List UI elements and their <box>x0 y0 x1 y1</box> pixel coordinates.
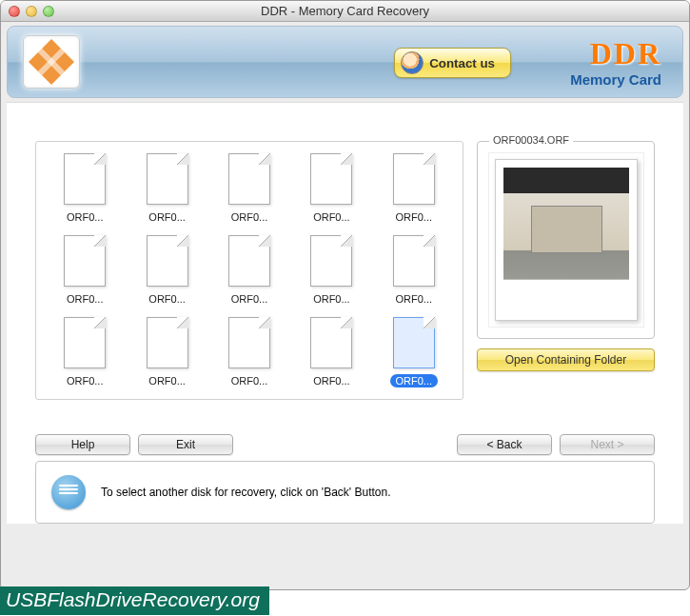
logo-icon <box>29 39 74 85</box>
header-banner: Contact us DDR Memory Card <box>7 26 683 98</box>
file-label: ORF0... <box>226 292 274 306</box>
file-icon <box>225 317 274 370</box>
file-label: ORF0... <box>307 292 356 306</box>
app-logo <box>23 35 80 89</box>
file-icon <box>143 317 192 370</box>
file-item[interactable]: ORF0... <box>373 153 455 224</box>
file-item[interactable]: ORF0... <box>126 317 207 387</box>
file-label: ORF0... <box>390 374 439 387</box>
file-item[interactable]: ORF0... <box>373 235 455 306</box>
file-label: ORF0... <box>61 374 109 387</box>
contact-label: Contact us <box>429 56 495 70</box>
file-icon <box>60 153 109 207</box>
preview-filename: ORF00034.ORF <box>489 134 573 146</box>
open-containing-folder-button[interactable]: Open Containing Folder <box>477 348 655 371</box>
file-icon <box>306 235 356 288</box>
file-icon <box>60 235 109 288</box>
info-icon <box>51 475 86 509</box>
file-label: ORF0... <box>61 210 109 224</box>
brand-block: DDR Memory Card <box>570 36 661 88</box>
file-icon <box>143 235 192 288</box>
file-label: ORF0... <box>307 374 356 387</box>
bottom-button-row: Help Exit < Back Next > <box>35 434 655 455</box>
preview-column: ORF00034.ORF Open Containing Folder <box>477 141 655 400</box>
file-icon <box>143 153 192 207</box>
exit-button[interactable]: Exit <box>138 434 233 455</box>
file-icon <box>389 153 439 207</box>
titlebar: DDR - Memory Card Recovery <box>1 1 689 22</box>
app-window: DDR - Memory Card Recovery Contact us DD… <box>0 0 690 590</box>
file-label: ORF0... <box>226 210 274 224</box>
info-text: To select another disk for recovery, cli… <box>101 486 391 499</box>
file-grid-pane: ORF0...ORF0...ORF0...ORF0...ORF0...ORF0.… <box>35 141 463 400</box>
file-grid: ORF0...ORF0...ORF0...ORF0...ORF0...ORF0.… <box>44 153 455 387</box>
file-label: ORF0... <box>143 374 191 387</box>
brand-subtitle: Memory Card <box>570 71 661 88</box>
file-label: ORF0... <box>226 374 274 387</box>
preview-frame: ORF00034.ORF <box>477 141 655 339</box>
file-item[interactable]: ORF0... <box>373 317 455 387</box>
file-item[interactable]: ORF0... <box>126 235 207 306</box>
file-item[interactable]: ORF0... <box>44 235 126 306</box>
file-item[interactable]: ORF0... <box>44 317 126 387</box>
preview-image <box>503 168 629 312</box>
content-area: ORF0...ORF0...ORF0...ORF0...ORF0...ORF0.… <box>7 102 683 524</box>
file-icon <box>306 153 356 207</box>
file-item[interactable]: ORF0... <box>208 235 290 306</box>
file-icon <box>389 235 439 288</box>
file-label: ORF0... <box>307 210 356 224</box>
person-icon <box>401 51 424 74</box>
file-label: ORF0... <box>143 292 191 306</box>
file-icon <box>225 153 274 207</box>
file-item[interactable]: ORF0... <box>290 153 372 224</box>
contact-us-button[interactable]: Contact us <box>394 48 511 78</box>
help-button[interactable]: Help <box>35 434 130 455</box>
file-icon <box>389 317 439 370</box>
brand-name: DDR <box>570 36 661 71</box>
info-panel: To select another disk for recovery, cli… <box>35 461 655 524</box>
main-row: ORF0...ORF0...ORF0...ORF0...ORF0...ORF0.… <box>35 141 655 400</box>
file-icon <box>306 317 356 370</box>
file-label: ORF0... <box>143 210 191 224</box>
footer-watermark: USBFlashDriveRecovery.org <box>0 586 269 615</box>
file-item[interactable]: ORF0... <box>44 153 126 224</box>
file-item[interactable]: ORF0... <box>290 235 372 306</box>
preview-thumbnail <box>495 159 638 321</box>
file-icon <box>225 235 274 288</box>
file-label: ORF0... <box>61 292 109 306</box>
file-icon <box>60 317 109 370</box>
file-item[interactable]: ORF0... <box>126 153 207 224</box>
file-item[interactable]: ORF0... <box>290 317 372 387</box>
back-button[interactable]: < Back <box>457 434 552 455</box>
file-item[interactable]: ORF0... <box>208 317 290 387</box>
file-item[interactable]: ORF0... <box>208 153 290 224</box>
next-button: Next > <box>560 434 655 455</box>
file-label: ORF0... <box>390 210 439 224</box>
window-title: DDR - Memory Card Recovery <box>1 4 689 18</box>
file-label: ORF0... <box>390 292 439 306</box>
